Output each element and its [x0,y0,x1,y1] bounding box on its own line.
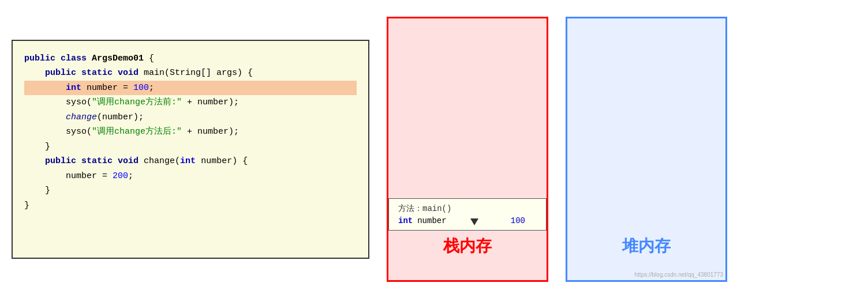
code-line-11: } [24,198,357,213]
code-line-4: syso("调用change方法前:" + number); [24,95,357,110]
code-line-6: syso("调用change方法后:" + number); [24,125,357,139]
url-text: https://blog.csdn.net/qq_43801773 [635,271,723,278]
stack-frame-title: 方法：main() [398,203,537,214]
var-type: int [398,216,413,225]
stack-memory: 方法：main() int number 100 栈内存 [387,17,548,282]
stack-frame: 方法：main() int number 100 [388,198,547,231]
memory-area: 方法：main() int number 100 栈内存 堆内存 https:/… [387,17,856,282]
cursor-arrow-icon [470,218,478,225]
code-panel: public class ArgsDemo01 { public static … [12,40,369,259]
main-container: public class ArgsDemo01 { public static … [0,0,868,298]
code-line-8: public static void change(int number) { [24,154,357,169]
var-name: number [417,216,446,225]
stack-label: 栈内存 [443,235,492,257]
stack-frame-var: int number 100 [398,216,537,225]
heap-memory: 堆内存 https://blog.csdn.net/qq_43801773 [566,17,727,282]
code-line-1: public class ArgsDemo01 { [24,51,357,66]
code-line-2: public static void main(String[] args) { [24,66,357,81]
code-line-3-highlighted: int number = 100; [24,81,357,96]
code-line-7: } [24,139,357,154]
code-line-10: } [24,183,357,198]
var-value: 100 [511,216,537,225]
heap-label: 堆内存 [622,235,671,257]
code-line-5: change(number); [24,110,357,125]
code-line-9: number = 200; [24,169,357,184]
